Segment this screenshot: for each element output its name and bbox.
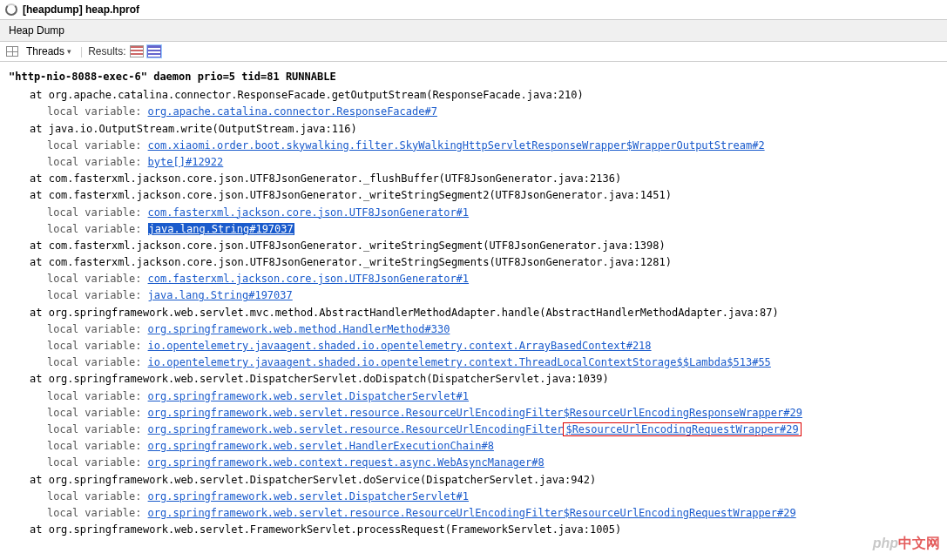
local-variable: local variable: org.apache.catalina.conn…: [9, 104, 938, 120]
local-variable-label: local variable:: [47, 423, 148, 435]
local-variable-label: local variable:: [47, 440, 148, 452]
stack-frame: at org.apache.catalina.connector.Respons…: [9, 87, 938, 104]
local-variable-label: local variable:: [47, 223, 148, 235]
frames-container: at org.apache.catalina.connector.Respons…: [9, 87, 938, 538]
local-variable: local variable: org.springframework.web.…: [9, 405, 938, 422]
stack-frame: at org.springframework.web.servlet.Frame…: [9, 522, 938, 538]
watermark-cn: 中文网: [898, 536, 940, 545]
results-label: Results:: [88, 45, 125, 57]
stack-frame: at java.io.OutputStream.write(OutputStre…: [9, 121, 938, 138]
thread-header: "http-nio-8088-exec-6" daemon prio=5 tid…: [9, 69, 938, 85]
table-view-icon[interactable]: [130, 45, 144, 57]
local-variable: local variable: java.lang.String#197037: [9, 287, 938, 304]
local-variable-label: local variable:: [47, 156, 148, 168]
stack-frame: at com.fasterxml.jackson.core.json.UTF8J…: [9, 171, 938, 187]
local-variable-label: local variable:: [47, 507, 148, 519]
list-view-icon[interactable]: [147, 45, 161, 57]
toolbar: Threads ▾ | Results:: [0, 42, 947, 62]
local-variable-link[interactable]: com.xiaomi.order.boot.skywalking.filter.…: [148, 139, 765, 152]
local-variable: local variable: org.springframework.web.…: [9, 321, 938, 338]
stack-frame: at org.springframework.web.servlet.Dispa…: [9, 371, 938, 388]
local-variable-label: local variable:: [47, 323, 148, 335]
local-variable-label: local variable:: [47, 340, 148, 352]
tab-bar: Heap Dump: [0, 20, 947, 42]
local-variable-label: local variable:: [47, 273, 148, 285]
local-variable-link[interactable]: org.springframework.web.servlet.HandlerE…: [148, 440, 494, 452]
separator: |: [80, 45, 83, 57]
local-variable-link[interactable]: $ResourceUrlEncodingRequestWrapper#29: [565, 423, 798, 435]
local-variable-label: local variable:: [47, 206, 148, 219]
local-variable-link[interactable]: org.springframework.web.method.HandlerMe…: [148, 323, 450, 335]
chevron-down-icon: ▾: [67, 47, 71, 56]
local-variable: local variable: org.springframework.web.…: [9, 422, 938, 438]
local-variable: local variable: org.springframework.web.…: [9, 388, 938, 405]
local-variable: local variable: io.opentelemetry.javaage…: [9, 354, 938, 371]
local-variable-label: local variable:: [47, 407, 148, 419]
local-variable-link[interactable]: org.springframework.web.servlet.resource…: [148, 507, 796, 519]
local-variable-label: local variable:: [47, 356, 148, 368]
local-variable: local variable: org.springframework.web.…: [9, 489, 938, 505]
window-title: [heapdump] heap.hprof: [23, 3, 139, 16]
title-bar: [heapdump] heap.hprof: [0, 0, 947, 20]
stack-frame: at com.fasterxml.jackson.core.json.UTF8J…: [9, 238, 938, 254]
local-variable: local variable: org.springframework.web.…: [9, 455, 938, 471]
tab-heap-dump[interactable]: Heap Dump: [5, 23, 68, 38]
loading-icon: [5, 3, 17, 16]
stack-frame: at org.springframework.web.servlet.mvc.m…: [9, 305, 938, 321]
local-variable: local variable: com.xiaomi.order.boot.sk…: [9, 138, 938, 154]
local-variable: local variable: com.fasterxml.jackson.co…: [9, 271, 938, 287]
stack-frame: at org.springframework.web.servlet.Dispa…: [9, 472, 938, 489]
stack-frame: at com.fasterxml.jackson.core.json.UTF8J…: [9, 187, 938, 204]
local-variable-label: local variable:: [47, 390, 148, 402]
highlighted-reference: $ResourceUrlEncodingRequestWrapper#29: [563, 422, 801, 436]
local-variable-label: local variable:: [47, 490, 148, 503]
local-variable-link[interactable]: java.lang.String#197037: [148, 223, 294, 235]
local-variable-link[interactable]: java.lang.String#197037: [148, 289, 293, 301]
local-variable: local variable: io.opentelemetry.javaage…: [9, 338, 938, 354]
local-variable-link[interactable]: org.springframework.web.servlet.Dispatch…: [148, 390, 469, 402]
stack-frame: at com.fasterxml.jackson.core.json.UTF8J…: [9, 254, 938, 271]
local-variable-link[interactable]: io.opentelemetry.javaagent.shaded.io.ope…: [148, 340, 652, 352]
local-variable-label: local variable:: [47, 456, 148, 469]
local-variable: local variable: com.fasterxml.jackson.co…: [9, 205, 938, 221]
watermark: php中文网: [873, 535, 940, 545]
local-variable-link[interactable]: org.apache.catalina.connector.ResponseFa…: [148, 105, 437, 118]
local-variable-link[interactable]: org.springframework.web.servlet.resource…: [148, 407, 802, 419]
thread-dump-content: "http-nio-8088-exec-6" daemon prio=5 tid…: [0, 62, 947, 545]
local-variable: local variable: java.lang.String#197037: [9, 221, 938, 238]
threads-label: Threads: [26, 45, 64, 57]
threads-dropdown[interactable]: Threads ▾: [23, 44, 75, 58]
local-variable-link[interactable]: byte[]#12922: [148, 156, 224, 168]
watermark-php: php: [873, 536, 898, 545]
local-variable-label: local variable:: [47, 105, 148, 118]
local-variable-link[interactable]: com.fasterxml.jackson.core.json.UTF8Json…: [148, 273, 469, 285]
local-variable: local variable: byte[]#12922: [9, 154, 938, 171]
local-variable-link[interactable]: org.springframework.web.servlet.Dispatch…: [148, 490, 469, 503]
local-variable-link[interactable]: io.opentelemetry.javaagent.shaded.io.ope…: [148, 356, 771, 368]
local-variable: local variable: org.springframework.web.…: [9, 438, 938, 455]
local-variable-link[interactable]: com.fasterxml.jackson.core.json.UTF8Json…: [148, 206, 469, 219]
grid-icon[interactable]: [5, 44, 19, 58]
local-variable: local variable: org.springframework.web.…: [9, 505, 938, 522]
local-variable-link[interactable]: org.springframework.web.context.request.…: [148, 456, 545, 469]
local-variable-label: local variable:: [47, 139, 148, 152]
local-variable-link[interactable]: org.springframework.web.servlet.resource…: [148, 423, 564, 435]
local-variable-label: local variable:: [47, 289, 148, 301]
